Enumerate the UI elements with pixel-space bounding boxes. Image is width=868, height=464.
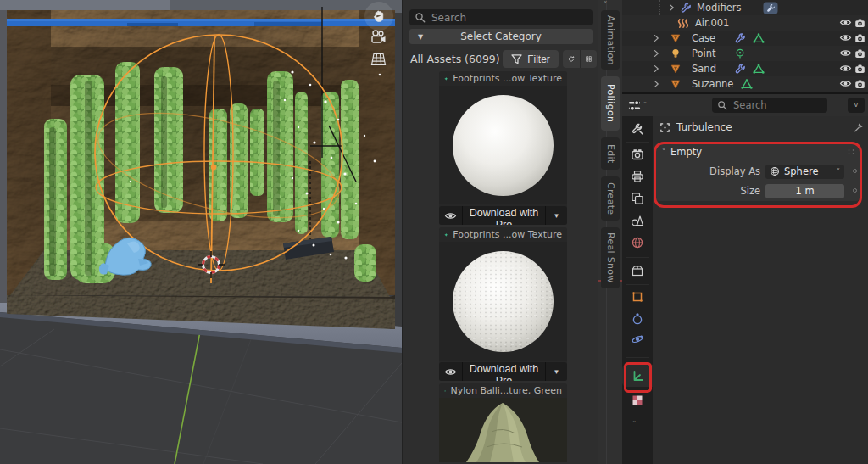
properties-header: ˅ ˅	[622, 94, 868, 116]
mesh-data-icon[interactable]	[741, 78, 753, 90]
outliner-row-suzanne[interactable]: Suzanne	[622, 76, 868, 92]
asset-search-box[interactable]	[409, 9, 593, 25]
expand-icon[interactable]	[651, 64, 661, 74]
point-light-data-icon[interactable]	[734, 48, 746, 59]
outliner-row-air001[interactable]: Air.001	[622, 15, 868, 31]
camera-visibility-icon[interactable]	[854, 48, 865, 59]
camera-visibility-icon[interactable]	[854, 64, 865, 74]
size-field[interactable]: 1 m	[765, 184, 844, 198]
properties-options-button[interactable]: ˅	[848, 98, 865, 113]
tab-render-properties[interactable]	[622, 143, 653, 165]
tab-object-data-properties[interactable]	[622, 365, 653, 387]
tab-create[interactable]: Create	[601, 176, 620, 221]
animate-decorator[interactable]	[853, 169, 857, 173]
outliner-label[interactable]: Suzanne	[692, 78, 733, 90]
eye-icon[interactable]	[839, 48, 852, 58]
poliigon-sparkle-icon	[444, 74, 448, 84]
outliner-label[interactable]: Air.001	[695, 17, 729, 29]
properties-search-input[interactable]	[732, 98, 822, 112]
editor-type-button[interactable]: ˅	[627, 97, 656, 114]
outliner-row-case[interactable]: Case	[622, 31, 868, 46]
filter-button[interactable]: Filter	[503, 50, 559, 68]
select-category-dropdown[interactable]: ▼ Select Category	[409, 29, 593, 44]
smooth-sphere-preview	[453, 95, 554, 196]
camera-visibility-icon[interactable]	[854, 18, 865, 28]
tab-animation[interactable]: Animation	[601, 10, 620, 70]
camera-visibility-icon[interactable]	[854, 33, 865, 43]
pin-icon[interactable]	[853, 122, 864, 133]
tab-tool-properties[interactable]	[622, 118, 653, 140]
properties-breadcrumb[interactable]: Turbulence	[659, 121, 732, 133]
asset-title-row: Footprints ...ow Texture	[439, 71, 567, 86]
display-as-dropdown[interactable]: Sphere ˅	[765, 165, 844, 179]
download-with-pro-button[interactable]: Download with Pro	[462, 362, 546, 381]
tab-object-properties[interactable]	[622, 286, 653, 308]
tab-output-properties[interactable]	[622, 165, 653, 187]
tab-texture-properties[interactable]	[622, 389, 653, 411]
3d-viewport[interactable]	[0, 0, 402, 464]
refresh-button[interactable]	[563, 50, 580, 68]
outliner-label[interactable]: Point	[692, 48, 716, 59]
printer-icon	[631, 170, 644, 183]
expand-icon[interactable]	[651, 33, 661, 43]
movie-camera-icon	[369, 29, 387, 46]
tab-collection-properties[interactable]	[622, 260, 653, 282]
download-with-pro-button[interactable]: Download with Pro	[462, 206, 546, 225]
modifier-wrench-icon[interactable]	[734, 63, 746, 75]
preview-eye-button[interactable]	[439, 206, 462, 225]
display-as-row: Display As Sphere ˅	[655, 164, 860, 179]
mesh-data-icon[interactable]	[753, 32, 765, 44]
outliner-label[interactable]: Sand	[692, 63, 716, 75]
panel-grip[interactable]	[847, 148, 855, 155]
outliner-label[interactable]: Modifiers	[697, 2, 742, 14]
outliner-label[interactable]: Case	[692, 32, 715, 44]
asset-preview[interactable]	[439, 86, 567, 204]
tab-edit[interactable]: Edit	[601, 137, 620, 170]
tab-world-properties[interactable]	[622, 232, 653, 254]
preview-eye-button[interactable]	[439, 362, 462, 381]
camera-visibility-icon[interactable]	[854, 79, 865, 89]
expand-icon[interactable]	[651, 48, 661, 59]
rough-sphere-preview	[453, 251, 554, 352]
expand-icon[interactable]	[666, 3, 676, 13]
expand-icon[interactable]	[651, 79, 661, 89]
tab-real-snow[interactable]: Real Snow	[601, 227, 620, 288]
eye-icon[interactable]	[839, 18, 852, 27]
right-column: Modifiers Air.001 Case	[622, 0, 868, 464]
animate-decorator[interactable]	[853, 188, 857, 193]
grid-view-button[interactable]	[580, 50, 597, 68]
modifier-wrench-icon[interactable]	[734, 32, 746, 44]
mesh-data-icon[interactable]	[753, 63, 765, 75]
poliigon-asset-panel: ▼ Select Category All Assets (6099) Filt…	[402, 0, 599, 464]
asset-search-input[interactable]	[430, 11, 587, 25]
outliner-row-sand[interactable]: Sand	[622, 61, 868, 76]
constraints-icon	[631, 312, 644, 326]
eye-icon[interactable]	[839, 79, 852, 88]
tool-icon	[631, 122, 644, 136]
download-options-button[interactable]: ▼	[546, 362, 567, 381]
asset-preview[interactable]	[439, 398, 567, 462]
asset-card[interactable]: Nylon Balli...ture, Green	[439, 383, 567, 462]
eye-icon[interactable]	[839, 64, 852, 73]
asset-preview[interactable]	[439, 242, 567, 361]
download-options-button[interactable]: ▼	[546, 206, 567, 225]
grid-view-gizmo[interactable]	[366, 49, 390, 70]
eye-icon[interactable]	[839, 33, 852, 42]
filter-label: Filter	[527, 53, 550, 65]
tab-scene-properties[interactable]	[622, 210, 653, 232]
empty-panel-header[interactable]: ˅ Empty	[655, 143, 860, 160]
asset-card[interactable]: Footprints ...ow Texture Download with P…	[439, 71, 567, 225]
outliner-row-modifiers[interactable]: Modifiers	[622, 0, 868, 15]
force-field-origin[interactable]	[211, 165, 217, 171]
tab-poliigon[interactable]: Poliigon	[601, 76, 620, 131]
modifier-badge-icon[interactable]	[763, 2, 778, 14]
tab-constraints-properties[interactable]	[622, 308, 653, 330]
outliner-row-point[interactable]: Point	[622, 46, 868, 61]
asset-card[interactable]: Footprints ...ow Texture Download with P…	[439, 227, 567, 381]
tab-physics-properties[interactable]	[622, 328, 653, 350]
camera-view-gizmo[interactable]	[366, 27, 390, 48]
walk-navigation-gizmo[interactable]	[364, 2, 393, 31]
world-globe-icon	[631, 236, 644, 249]
properties-search-box[interactable]	[712, 98, 827, 113]
tab-view-layer-properties[interactable]	[622, 187, 653, 210]
